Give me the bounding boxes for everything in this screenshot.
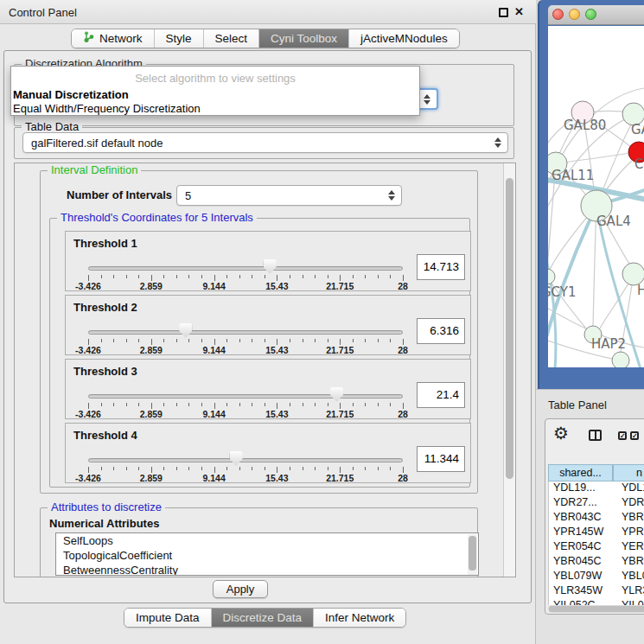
cell-name: YBR0 xyxy=(614,555,644,570)
threshold-value-field[interactable]: 14.713 xyxy=(417,254,465,280)
tab-infer-network[interactable]: Infer Network xyxy=(313,609,405,627)
table-panel-title: Table Panel xyxy=(548,399,607,411)
number-of-intervals-combobox[interactable]: 5 xyxy=(176,185,402,206)
interval-definition-title: Interval Definition xyxy=(48,164,141,176)
slider-scale-label: -3.426 xyxy=(75,281,101,291)
list-item[interactable]: BetweennessCentrality xyxy=(56,563,478,576)
checkbox-icon[interactable]: ✓ xyxy=(630,431,639,440)
cell-shared-name: YBL079W xyxy=(549,570,614,584)
list-item[interactable]: SelfLoops xyxy=(56,533,478,548)
table-row[interactable]: YIL052CYIL0 xyxy=(549,599,644,605)
slider-thumb[interactable] xyxy=(264,259,277,274)
tab-cyni-toolbox[interactable]: Cyni Toolbox xyxy=(258,29,348,48)
thresholds-group: Threshold's Coordinates for 5 Intervals … xyxy=(49,218,470,488)
column-header-name[interactable]: n xyxy=(613,464,644,481)
threshold-label: Threshold 3 xyxy=(73,365,137,378)
threshold-value-field[interactable]: 11.344 xyxy=(417,446,465,472)
zoom-traffic-light[interactable] xyxy=(585,9,596,20)
table-row[interactable]: YLR345WYLR3 xyxy=(549,584,644,599)
threshold-panel-3: Threshold 3-3.4262.8599.14415.4321.71528… xyxy=(65,359,471,419)
minimize-traffic-light[interactable] xyxy=(569,9,580,20)
threshold-panel-2: Threshold 2-3.4262.8599.14415.4321.71528… xyxy=(65,295,471,355)
slider-scale-label: 21.715 xyxy=(326,473,354,483)
gear-icon[interactable]: ⚙ xyxy=(553,424,569,442)
network-node[interactable] xyxy=(548,269,555,284)
vertical-scrollbar[interactable] xyxy=(503,163,515,577)
network-icon xyxy=(83,31,94,46)
slider-track[interactable] xyxy=(88,330,403,335)
list-scrollbar-thumb[interactable] xyxy=(469,536,476,571)
slider-scale-label: 2.859 xyxy=(140,473,163,483)
tab-label: Style xyxy=(166,32,192,45)
top-tab-bar: NetworkStyleSelectCyni ToolboxjActiveMNo… xyxy=(71,29,460,48)
checkbox-icon[interactable]: ✓ xyxy=(618,431,627,440)
cell-name: YDR2 xyxy=(614,496,644,511)
horizontal-scrollbar-thumb[interactable] xyxy=(549,606,644,612)
slider-scale-label: 21.715 xyxy=(326,409,354,419)
slider-thumb[interactable] xyxy=(179,323,192,338)
table-row[interactable]: YDR27...YDR2 xyxy=(549,496,644,511)
table-row[interactable]: YBL079WYBL0 xyxy=(549,570,644,584)
table-row[interactable]: YBR043CYBR0 xyxy=(549,511,644,526)
combo-spinner-icon xyxy=(388,190,395,201)
slider-track[interactable] xyxy=(88,394,403,399)
slider-scale-label: 15.43 xyxy=(265,473,288,483)
slider-scale-label: 2.859 xyxy=(140,409,163,419)
cell-name: YBR0 xyxy=(614,511,644,526)
slider-scale-label: 15.43 xyxy=(265,409,288,419)
tab-select[interactable]: Select xyxy=(203,29,259,48)
threshold-value-field[interactable]: 6.316 xyxy=(417,318,465,344)
slider-scale-label: 28 xyxy=(398,345,408,355)
slider-thumb[interactable] xyxy=(330,387,343,402)
column-header-shared-name[interactable]: shared... xyxy=(548,464,613,481)
tab-discretize-data[interactable]: Discretize Data xyxy=(211,609,314,627)
column-layout-icon[interactable] xyxy=(589,430,602,441)
threshold-panel-1: Threshold 1-3.4262.8599.14415.4321.71528… xyxy=(65,231,471,291)
cell-shared-name: YDR27... xyxy=(549,496,614,511)
cell-name: YDL1 xyxy=(614,481,644,496)
dropdown-option-manual[interactable]: Manual Discretization xyxy=(13,88,129,101)
table-row[interactable]: YBR045CYBR0 xyxy=(549,555,644,570)
close-traffic-light[interactable] xyxy=(552,9,564,20)
tab-style[interactable]: Style xyxy=(154,29,203,48)
table-data-combobox[interactable]: galFiltered.sif default node xyxy=(22,132,508,153)
tab-label: Cyni Toolbox xyxy=(271,32,337,45)
list-item[interactable]: TopologicalCoefficient xyxy=(56,548,478,563)
horizontal-scrollbar[interactable] xyxy=(548,605,644,613)
dropdown-option-equal-width[interactable]: Equal Width/Frequency Discretization xyxy=(13,102,201,115)
network-node-label: GAL11 xyxy=(552,168,594,183)
slider-scale-label: 21.715 xyxy=(326,345,354,355)
network-node[interactable] xyxy=(612,352,629,367)
tab-jactivemnodules[interactable]: jActiveMNodules xyxy=(348,29,459,48)
tab-network[interactable]: Network xyxy=(72,29,154,48)
apply-button[interactable]: Apply xyxy=(213,580,268,598)
cell-shared-name: YPR145W xyxy=(549,526,614,540)
float-window-icon[interactable] xyxy=(499,8,508,17)
number-of-intervals-value: 5 xyxy=(185,189,191,202)
attributes-listbox[interactable]: SelfLoopsTopologicalCoefficientBetweenne… xyxy=(55,532,479,576)
panel-title: Control Panel xyxy=(9,6,77,19)
table-row[interactable]: YER054CYER0 xyxy=(549,540,644,555)
tab-label: jActiveMNodules xyxy=(360,32,448,45)
threshold-label: Threshold 1 xyxy=(73,237,137,250)
slider-thumb[interactable] xyxy=(230,451,243,466)
close-icon[interactable]: ✕ xyxy=(514,5,524,18)
cell-shared-name: YBR043C xyxy=(549,511,614,526)
tab-impute-data[interactable]: Impute Data xyxy=(124,609,211,627)
network-node-label: H xyxy=(637,283,644,298)
slider-scale-label: 2.859 xyxy=(140,345,163,355)
slider-track[interactable] xyxy=(88,458,403,462)
list-scrollbar[interactable] xyxy=(468,534,477,576)
table-data-value: galFiltered.sif default node xyxy=(31,137,163,150)
table-row[interactable]: YDL19...YDL1 xyxy=(549,481,644,496)
cell-shared-name: YLR345W xyxy=(549,584,614,599)
slider-track[interactable] xyxy=(88,266,403,271)
slider-scale-label: 9.144 xyxy=(202,281,225,291)
table-row[interactable]: YPR145WYPR1 xyxy=(549,526,644,540)
slider-scale-label: 9.144 xyxy=(202,345,225,355)
threshold-value-field[interactable]: 21.4 xyxy=(417,382,465,408)
slider-scale-label: -3.426 xyxy=(75,409,101,419)
slider-scale-label: 21.715 xyxy=(326,281,354,291)
vertical-scrollbar-thumb[interactable] xyxy=(506,178,513,479)
network-canvas[interactable]: GAL80GACGAL11GAL4GCY1HHAP2 xyxy=(548,26,644,367)
